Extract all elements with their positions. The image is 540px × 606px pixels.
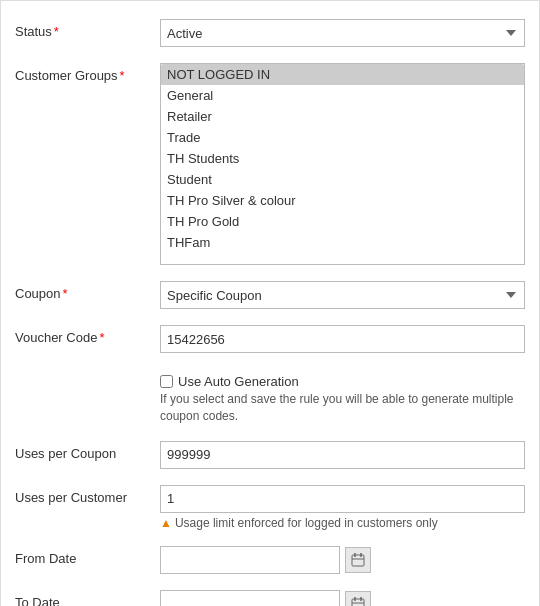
status-select[interactable]: Active Inactive — [160, 19, 525, 47]
calendar-icon-2 — [351, 597, 365, 606]
svg-rect-0 — [352, 555, 364, 566]
to-date-row: To Date — [1, 582, 539, 606]
voucher-code-field — [160, 325, 525, 353]
to-date-input[interactable] — [160, 590, 340, 606]
customer-groups-label: Customer Groups* — [15, 63, 160, 83]
uses-per-customer-note: ▲ Usage limit enforced for logged in cus… — [160, 516, 525, 530]
listbox-option-th-pro-gold[interactable]: TH Pro Gold — [161, 211, 524, 232]
coupon-select[interactable]: No Coupon Specific Coupon Auto Generated… — [160, 281, 525, 309]
uses-per-coupon-label: Uses per Coupon — [15, 441, 160, 461]
listbox-option-student[interactable]: Student — [161, 169, 524, 190]
customer-groups-listbox[interactable]: NOT LOGGED IN General Retailer Trade TH … — [161, 64, 524, 264]
auto-generation-label-spacer — [15, 369, 160, 374]
listbox-option-trade[interactable]: Trade — [161, 127, 524, 148]
from-date-row: From Date — [1, 538, 539, 582]
warn-icon: ▲ — [160, 516, 172, 530]
auto-generation-checkbox-row: Use Auto Generation — [160, 374, 525, 389]
to-date-field — [160, 590, 525, 606]
to-date-input-row — [160, 590, 525, 606]
from-date-label-text: From Date — [15, 551, 76, 566]
coupon-label: Coupon* — [15, 281, 160, 301]
listbox-option-not-logged-in[interactable]: NOT LOGGED IN — [161, 64, 524, 85]
listbox-option-thfam[interactable]: THFam — [161, 232, 524, 253]
uses-per-coupon-label-text: Uses per Coupon — [15, 446, 116, 461]
auto-generation-checkbox[interactable] — [160, 375, 173, 388]
voucher-code-required-star: * — [99, 330, 104, 345]
uses-per-customer-note-text: Usage limit enforced for logged in custo… — [175, 516, 438, 530]
from-date-calendar-button[interactable] — [345, 547, 371, 573]
auto-generation-row: Use Auto Generation If you select and sa… — [1, 361, 539, 433]
uses-per-customer-input[interactable] — [160, 485, 525, 513]
from-date-field — [160, 546, 525, 574]
status-row: Status* Active Inactive — [1, 11, 539, 55]
from-date-label: From Date — [15, 546, 160, 566]
uses-per-customer-field: ▲ Usage limit enforced for logged in cus… — [160, 485, 525, 530]
coupon-row: Coupon* No Coupon Specific Coupon Auto G… — [1, 273, 539, 317]
uses-per-customer-label-text: Uses per Customer — [15, 490, 127, 505]
customer-groups-listbox-container: NOT LOGGED IN General Retailer Trade TH … — [160, 63, 525, 265]
auto-generation-description: If you select and save the rule you will… — [160, 391, 525, 425]
uses-per-coupon-row: Uses per Coupon — [1, 433, 539, 477]
listbox-option-general[interactable]: General — [161, 85, 524, 106]
customer-groups-row: Customer Groups* NOT LOGGED IN General R… — [1, 55, 539, 273]
to-date-label-text: To Date — [15, 595, 60, 606]
uses-per-coupon-field — [160, 441, 525, 469]
coupon-required-star: * — [63, 286, 68, 301]
voucher-code-input[interactable] — [160, 325, 525, 353]
coupon-field: No Coupon Specific Coupon Auto Generated… — [160, 281, 525, 309]
status-label-text: Status — [15, 24, 52, 39]
uses-per-customer-label: Uses per Customer — [15, 485, 160, 505]
from-date-input-row — [160, 546, 525, 574]
status-label: Status* — [15, 19, 160, 39]
voucher-code-label-text: Voucher Code — [15, 330, 97, 345]
customer-groups-required-star: * — [120, 68, 125, 83]
from-date-input[interactable] — [160, 546, 340, 574]
to-date-label: To Date — [15, 590, 160, 606]
calendar-icon — [351, 553, 365, 567]
listbox-option-retailer[interactable]: Retailer — [161, 106, 524, 127]
uses-per-customer-row: Uses per Customer ▲ Usage limit enforced… — [1, 477, 539, 538]
coupon-label-text: Coupon — [15, 286, 61, 301]
listbox-option-th-students[interactable]: TH Students — [161, 148, 524, 169]
status-field: Active Inactive — [160, 19, 525, 47]
customer-groups-field: NOT LOGGED IN General Retailer Trade TH … — [160, 63, 525, 265]
status-required-star: * — [54, 24, 59, 39]
uses-per-coupon-input[interactable] — [160, 441, 525, 469]
form-container: Status* Active Inactive Customer Groups*… — [0, 0, 540, 606]
listbox-option-th-pro-silver[interactable]: TH Pro Silver & colour — [161, 190, 524, 211]
voucher-code-row: Voucher Code* — [1, 317, 539, 361]
voucher-code-label: Voucher Code* — [15, 325, 160, 345]
to-date-calendar-button[interactable] — [345, 591, 371, 606]
customer-groups-label-text: Customer Groups — [15, 68, 118, 83]
auto-generation-label-text: Use Auto Generation — [178, 374, 299, 389]
auto-generation-field: Use Auto Generation If you select and sa… — [160, 369, 525, 425]
